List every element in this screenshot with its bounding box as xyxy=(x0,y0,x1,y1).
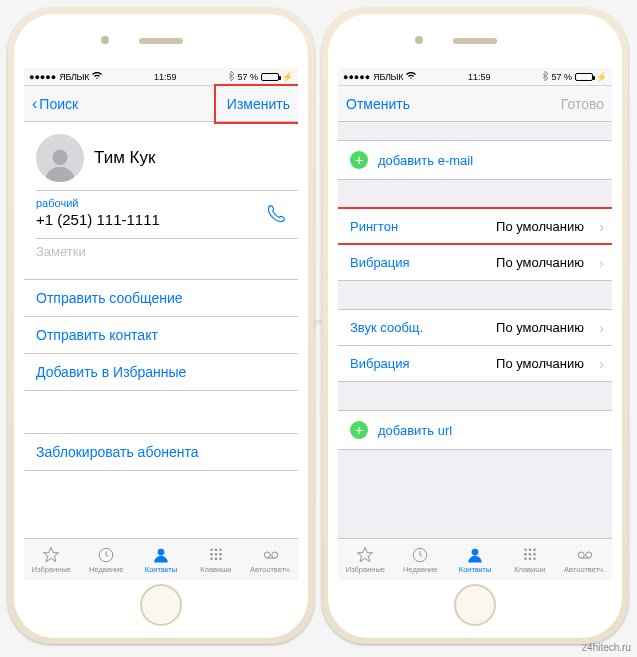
tab-label: Автоответч. xyxy=(250,565,291,574)
wifi-icon xyxy=(92,72,102,82)
svg-point-16 xyxy=(472,548,479,555)
tab-label: Контакты xyxy=(459,565,491,574)
svg-point-26 xyxy=(578,552,584,558)
nav-edit-button[interactable]: Изменить xyxy=(227,96,290,112)
tab-contacts[interactable]: Контакты xyxy=(134,539,189,580)
clock: 11:59 xyxy=(154,72,177,82)
battery-icon xyxy=(261,73,279,81)
nav-bar: ‹ Поиск Изменить xyxy=(24,86,298,122)
svg-point-22 xyxy=(533,553,535,555)
status-bar: ●●●●● ЯБЛЫК 11:59 57 % ⚡ xyxy=(24,68,298,86)
tab-bar: Избранные Недавние Контакты Клавиши xyxy=(338,538,612,580)
send-contact-row[interactable]: Отправить контакт xyxy=(24,317,298,354)
msg-sound-value: По умолчанию xyxy=(423,320,600,335)
carrier-label: ЯБЛЫК xyxy=(373,72,403,82)
ringtone-value: По умолчанию xyxy=(398,219,600,234)
svg-point-13 xyxy=(271,552,277,558)
bluetooth-icon xyxy=(542,71,548,83)
clock: 11:59 xyxy=(468,72,491,82)
add-favorite-row[interactable]: Добавить в Избранные xyxy=(24,354,298,390)
phone-number[interactable]: +1 (251) 111-1111 xyxy=(36,211,160,228)
nav-back-button[interactable]: ‹ Поиск xyxy=(32,96,78,112)
tab-recents[interactable]: Недавние xyxy=(393,539,448,580)
chevron-right-icon: › xyxy=(599,356,604,372)
msg-sound-row[interactable]: Звук сообщ. По умолчанию › xyxy=(338,310,612,346)
svg-point-18 xyxy=(529,548,531,550)
phone-frame-right: ●●●●● ЯБЛЫК 11:59 57 % ⚡ xyxy=(322,8,628,644)
add-url-row[interactable]: + добавить url xyxy=(338,411,612,449)
tab-label: Автоответч. xyxy=(564,565,605,574)
msg-vibration-label: Вибрация xyxy=(350,356,410,371)
tab-keypad[interactable]: Клавиши xyxy=(188,539,243,580)
ringtone-row[interactable]: Рингтон По умолчанию › xyxy=(338,209,612,245)
svg-point-5 xyxy=(219,548,221,550)
svg-point-7 xyxy=(215,553,217,555)
tab-label: Недавние xyxy=(403,565,437,574)
msg-vibration-row[interactable]: Вибрация По умолчанию › xyxy=(338,346,612,381)
svg-point-12 xyxy=(264,552,270,558)
bluetooth-icon xyxy=(228,71,234,83)
plus-icon: + xyxy=(350,421,368,439)
signal-icon: ●●●●● xyxy=(343,72,370,82)
tab-recents[interactable]: Недавние xyxy=(79,539,134,580)
phone-type-label: рабочий xyxy=(36,197,160,209)
chevron-right-icon: › xyxy=(599,320,604,336)
svg-point-0 xyxy=(52,150,67,165)
battery-pct: 57 % xyxy=(551,72,572,82)
chevron-right-icon: › xyxy=(599,255,604,271)
nav-bar: Отменить Готово xyxy=(338,86,612,122)
svg-point-10 xyxy=(215,557,217,559)
charging-icon: ⚡ xyxy=(282,72,293,82)
tab-label: Избранные xyxy=(32,565,71,574)
call-icon[interactable] xyxy=(266,204,286,228)
chevron-left-icon: ‹ xyxy=(32,96,37,112)
tab-voicemail[interactable]: Автоответч. xyxy=(243,539,298,580)
nav-cancel-button[interactable]: Отменить xyxy=(346,96,410,112)
status-bar: ●●●●● ЯБЛЫК 11:59 57 % ⚡ xyxy=(338,68,612,86)
svg-point-23 xyxy=(524,557,526,559)
svg-point-11 xyxy=(219,557,221,559)
tab-contacts[interactable]: Контакты xyxy=(448,539,503,580)
msg-vibration-value: По умолчанию xyxy=(410,356,600,371)
notes-field[interactable]: Заметки xyxy=(24,238,298,279)
wifi-icon xyxy=(406,72,416,82)
svg-point-6 xyxy=(210,553,212,555)
avatar xyxy=(36,134,84,182)
contact-name: Тим Кук xyxy=(94,148,155,168)
tab-keypad[interactable]: Клавиши xyxy=(502,539,557,580)
block-contact-row[interactable]: Заблокировать абонента xyxy=(24,434,298,470)
svg-point-19 xyxy=(533,548,535,550)
svg-point-9 xyxy=(210,557,212,559)
ringtone-label: Рингтон xyxy=(350,219,398,234)
svg-point-20 xyxy=(524,553,526,555)
tab-label: Избранные xyxy=(346,565,385,574)
svg-point-27 xyxy=(585,552,591,558)
plus-icon: + xyxy=(350,151,368,169)
tab-label: Клавиши xyxy=(514,565,545,574)
add-email-row[interactable]: + добавить e-mail xyxy=(338,141,612,179)
add-url-label: добавить url xyxy=(378,423,452,438)
tab-label: Клавиши xyxy=(200,565,231,574)
battery-icon xyxy=(575,73,593,81)
tab-favorites[interactable]: Избранные xyxy=(338,539,393,580)
vibration-label: Вибрация xyxy=(350,255,410,270)
svg-point-24 xyxy=(529,557,531,559)
svg-point-4 xyxy=(215,548,217,550)
send-message-row[interactable]: Отправить сообщение xyxy=(24,280,298,317)
tab-favorites[interactable]: Избранные xyxy=(24,539,79,580)
charging-icon: ⚡ xyxy=(596,72,607,82)
carrier-label: ЯБЛЫК xyxy=(59,72,89,82)
svg-point-21 xyxy=(529,553,531,555)
battery-pct: 57 % xyxy=(237,72,258,82)
phone-frame-left: ●●●●● ЯБЛЫК 11:59 57 % ⚡ xyxy=(8,8,314,644)
msg-sound-label: Звук сообщ. xyxy=(350,320,423,335)
vibration-row[interactable]: Вибрация По умолчанию › xyxy=(338,245,612,280)
svg-point-17 xyxy=(524,548,526,550)
svg-point-3 xyxy=(210,548,212,550)
add-email-label: добавить e-mail xyxy=(378,153,473,168)
vibration-value: По умолчанию xyxy=(410,255,600,270)
tab-label: Контакты xyxy=(145,565,177,574)
chevron-right-icon: › xyxy=(599,219,604,235)
tab-voicemail[interactable]: Автоответч. xyxy=(557,539,612,580)
nav-done-button[interactable]: Готово xyxy=(561,96,604,112)
